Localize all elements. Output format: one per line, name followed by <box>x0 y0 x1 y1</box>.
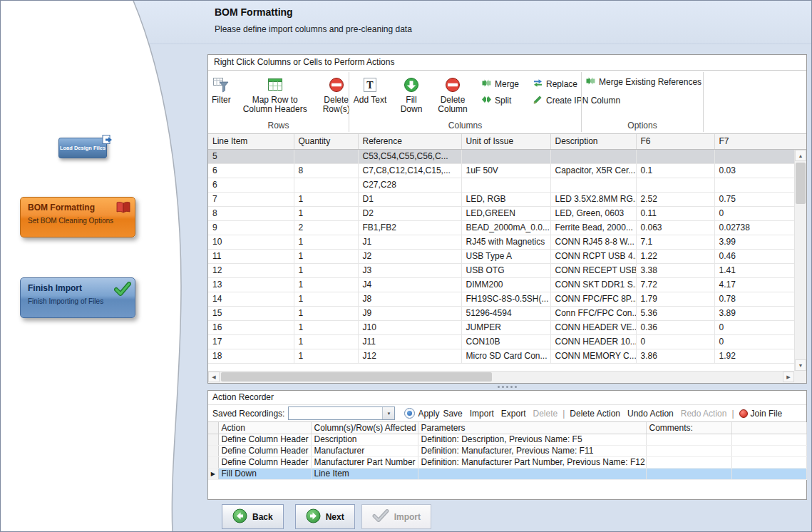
grid-cell[interactable]: 0 <box>714 334 794 349</box>
grid-row[interactable]: 6C27,C28 <box>208 178 794 192</box>
undo-action-button[interactable]: Undo Action <box>624 409 677 419</box>
grid-cell[interactable]: RJ45 with Magnetics <box>461 235 550 249</box>
grid-cell[interactable]: 18 <box>208 349 294 363</box>
grid-cell[interactable]: J9 <box>358 306 461 320</box>
grid-cell[interactable]: J10 <box>358 320 461 334</box>
grid-row[interactable]: 151J951296-4594Conn FFC/FPC Con...5.363.… <box>208 306 794 320</box>
scroll-right-arrow-icon[interactable] <box>783 372 794 382</box>
recorder-cell[interactable]: Define Column Header <box>218 445 311 456</box>
grid-column-header[interactable]: Unit of Issue <box>461 134 550 149</box>
recorder-column-header[interactable]: Comments: <box>646 422 731 434</box>
grid-cell[interactable]: 0.46 <box>714 249 794 263</box>
recorder-cell[interactable] <box>646 468 731 479</box>
grid-cell[interactable]: 1.22 <box>636 249 714 263</box>
grid-vertical-scrollbar[interactable] <box>794 150 806 371</box>
grid-cell[interactable]: 1 <box>294 192 358 206</box>
recorder-cell[interactable]: Definition: Manufacturer, Previous Name:… <box>418 445 646 456</box>
saved-recordings-select[interactable] <box>288 406 395 420</box>
grid-row[interactable]: 171J11CON10BCONN HEADER 10...00 <box>208 334 794 349</box>
add-text-button[interactable]: T Add Text <box>349 74 391 105</box>
grid-cell[interactable]: 0 <box>714 206 794 220</box>
recorder-cell[interactable] <box>646 456 731 468</box>
grid-cell[interactable]: LED 3.5X2.8MM RG... <box>550 192 636 206</box>
grid-cell[interactable]: J8 <box>358 292 461 306</box>
grid-column-header[interactable]: F6 <box>636 134 714 149</box>
grid-cell[interactable]: 1 <box>294 249 358 263</box>
grid-column-header[interactable]: Line Item <box>208 134 294 149</box>
grid-cell[interactable]: 0 <box>714 320 794 334</box>
vertical-scrollbar-thumb[interactable] <box>796 163 806 204</box>
scroll-up-arrow-icon[interactable] <box>795 150 806 161</box>
grid-cell[interactable] <box>461 178 550 192</box>
recorder-cell[interactable]: Definition: Manufacturer Part Number, Pr… <box>418 456 646 468</box>
grid-column-header[interactable]: Reference <box>358 134 461 149</box>
grid-cell[interactable]: 10 <box>208 235 294 249</box>
filter-button[interactable]: Filter <box>208 74 235 105</box>
apply-radio[interactable] <box>404 408 415 419</box>
grid-cell[interactable] <box>294 149 358 163</box>
grid-row[interactable]: 111J2USB Type ACONN RCPT USB 4...1.220.4… <box>208 249 794 263</box>
grid-cell[interactable] <box>636 149 714 163</box>
recorder-cell[interactable]: Manufacturer <box>311 445 418 456</box>
grid-cell[interactable]: 1 <box>294 235 358 249</box>
grid-row[interactable]: 68C7,C8,C12,C14,C15,...1uF 50VCapacitor,… <box>208 163 794 178</box>
recorder-row[interactable]: ▶Fill DownLine Item <box>208 468 806 479</box>
grid-cell[interactable]: Ferrite Bead, 2000... <box>550 220 636 235</box>
grid-cell[interactable]: 1 <box>294 349 358 363</box>
grid-cell[interactable]: CONN RECEPT USB... <box>550 263 636 277</box>
grid-cell[interactable]: LED,GREEN <box>461 206 550 220</box>
grid-cell[interactable]: 3.86 <box>636 349 714 363</box>
grid-cell[interactable]: 3.89 <box>714 306 794 320</box>
join-file-button[interactable]: Join File <box>736 409 786 419</box>
grid-cell[interactable]: 1.79 <box>636 292 714 306</box>
grid-cell[interactable]: 3.38 <box>636 263 714 277</box>
grid-row[interactable]: 131J4DIMM200CONN SKT DDR1 S...7.724.17 <box>208 277 794 292</box>
grid-cell[interactable]: CONN SKT DDR1 S... <box>550 277 636 292</box>
grid-cell[interactable]: 0.1 <box>636 163 714 178</box>
grid-column-header[interactable]: F7 <box>714 134 794 149</box>
delete-column-button[interactable]: Delete Column <box>432 74 473 114</box>
grid-cell[interactable]: 0.02738 <box>714 220 794 235</box>
grid-cell[interactable]: 13 <box>208 277 294 292</box>
grid-cell[interactable]: C7,C8,C12,C14,C15,... <box>358 163 461 178</box>
recorder-column-header[interactable]: Parameters <box>418 422 646 434</box>
grid-cell[interactable]: CON10B <box>461 334 550 349</box>
grid-cell[interactable]: 4.17 <box>714 277 794 292</box>
grid-row[interactable]: 141J8FH19SC-8S-0.5SH(...CONN FPC/FFC 8P.… <box>208 292 794 306</box>
grid-cell[interactable]: 7.72 <box>636 277 714 292</box>
grid-column-header[interactable]: Description <box>550 134 636 149</box>
grid-cell[interactable]: J12 <box>358 349 461 363</box>
grid-cell[interactable]: 3.99 <box>714 235 794 249</box>
grid-cell[interactable]: J1 <box>358 235 461 249</box>
grid-cell[interactable] <box>714 178 794 192</box>
wizard-step-bom-formatting[interactable]: BOM Formatting Set BOM Cleaning Options <box>20 197 135 237</box>
grid-cell[interactable]: 0.36 <box>636 320 714 334</box>
import-button[interactable]: Import <box>361 504 431 529</box>
back-button[interactable]: Back <box>222 504 284 529</box>
redo-action-button[interactable]: Redo Action <box>677 409 731 419</box>
grid-row[interactable]: 5C53,C54,C55,C56,C... <box>208 149 794 163</box>
import-recording-button[interactable]: Import <box>466 409 498 419</box>
grid-cell[interactable]: Conn FFC/FPC Con... <box>550 306 636 320</box>
grid-cell[interactable]: D1 <box>358 192 461 206</box>
grid-cell[interactable]: 14 <box>208 292 294 306</box>
scroll-down-arrow-icon[interactable] <box>795 359 806 371</box>
grid-cell[interactable]: 12 <box>208 263 294 277</box>
grid-cell[interactable]: USB Type A <box>461 249 550 263</box>
delete-recording-button[interactable]: Delete <box>529 409 561 419</box>
grid-cell[interactable]: CONN RJ45 8-8 W... <box>550 235 636 249</box>
recorder-cell[interactable]: Line Item <box>311 468 418 479</box>
grid-cell[interactable]: CONN HEADER VE... <box>550 320 636 334</box>
grid-cell[interactable]: DIMM200 <box>461 277 550 292</box>
recorder-cell[interactable]: Definition: Description, Previous Name: … <box>418 434 646 445</box>
grid-cell[interactable]: J11 <box>358 334 461 349</box>
grid-cell[interactable]: 1 <box>294 206 358 220</box>
wizard-step-finish-import[interactable]: Finish Import Finish Importing of Files <box>20 277 135 318</box>
merge-existing-references-button[interactable]: Merge Existing References <box>586 76 701 88</box>
grid-cell[interactable]: 7.1 <box>636 235 714 249</box>
recorder-cell[interactable]: Fill Down <box>218 468 311 479</box>
grid-cell[interactable]: 7 <box>208 192 294 206</box>
grid-cell[interactable]: 5.36 <box>636 306 714 320</box>
grid-cell[interactable] <box>550 149 636 163</box>
recorder-row[interactable]: Define Column HeaderManufacturerDefiniti… <box>208 445 806 456</box>
